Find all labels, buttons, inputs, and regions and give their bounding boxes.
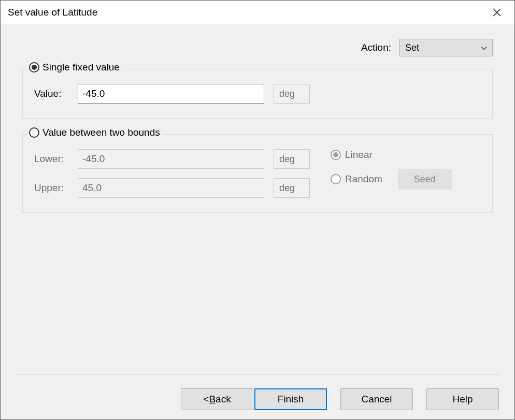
single-value-radio[interactable] (29, 62, 39, 73)
back-mnemonic: B (209, 394, 216, 405)
single-value-legend[interactable]: Single fixed value (27, 62, 122, 73)
action-label: Action: (361, 42, 391, 53)
titlebar: Set value of Latitude (1, 1, 514, 24)
lower-unit: deg (274, 149, 310, 169)
action-select[interactable]: Set (399, 39, 493, 56)
cancel-button[interactable]: Cancel (340, 388, 413, 410)
finish-button[interactable]: Finish (254, 388, 327, 410)
distribution-group: Linear Random Seed (331, 149, 452, 190)
linear-label: Linear (345, 149, 373, 161)
linear-option: Linear (331, 149, 452, 161)
upper-label: Upper: (34, 182, 73, 194)
dialog-title: Set value of Latitude (8, 7, 97, 18)
close-icon (493, 8, 501, 17)
dialog-content: Action: Set Single fixed value Value: de… (1, 24, 514, 419)
range-value-group: Value between two bounds Lower: deg Uppe… (22, 134, 493, 213)
value-input[interactable] (78, 84, 264, 104)
action-row: Action: Set (22, 39, 493, 56)
dialog-window: Set value of Latitude Action: Set Single… (0, 0, 515, 420)
upper-input (78, 178, 264, 198)
seed-button: Seed (398, 169, 452, 190)
lower-label: Lower: (34, 153, 73, 165)
value-unit: deg (274, 84, 310, 104)
footer-separator (15, 374, 500, 375)
footer-buttons: < Back Finish Cancel Help (1, 388, 514, 410)
upper-unit: deg (274, 178, 310, 198)
back-suffix: ack (216, 394, 231, 405)
value-label: Value: (34, 88, 73, 99)
single-value-legend-label: Single fixed value (42, 62, 120, 73)
lower-input (78, 149, 264, 169)
action-select-value: Set (405, 42, 419, 53)
random-option: Random Seed (331, 169, 452, 190)
back-button[interactable]: < Back (181, 388, 253, 410)
chevron-down-icon (481, 42, 487, 53)
random-radio (331, 174, 341, 184)
range-value-radio[interactable] (29, 127, 39, 138)
close-button[interactable] (487, 2, 507, 23)
range-value-legend[interactable]: Value between two bounds (27, 127, 162, 138)
back-prefix: < (203, 394, 209, 405)
help-button[interactable]: Help (426, 388, 499, 410)
range-value-legend-label: Value between two bounds (42, 127, 160, 138)
linear-radio (331, 150, 341, 160)
single-value-group: Single fixed value Value: deg (22, 69, 493, 119)
random-label: Random (345, 173, 382, 185)
